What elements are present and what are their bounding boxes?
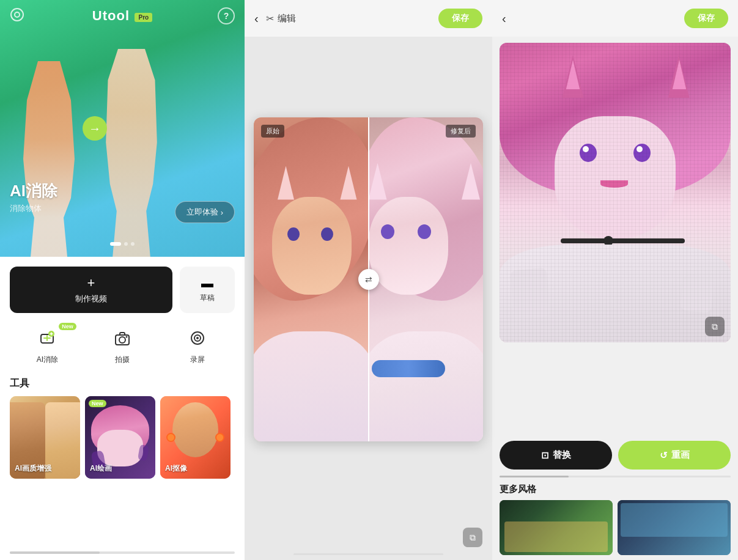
replace-label: 替换 [553, 449, 571, 461]
mid-header: ‹ ✂ 编辑 保存 [245, 0, 492, 37]
svg-point-6 [126, 336, 128, 338]
dot-2[interactable] [124, 242, 128, 246]
left-panel: → Utool Pro ? AI消除 消除物体 立即体验 › [0, 0, 245, 560]
right-header: ‹ 保存 [492, 0, 738, 37]
arrow-icon: → [83, 116, 107, 141]
replace-icon: ⊡ [541, 450, 549, 461]
tool-card-cutout-label: AI抠像 [165, 463, 187, 474]
middle-panel: ‹ ✂ 编辑 保存 原始 修复后 [245, 0, 492, 560]
svg-point-0 [11, 9, 23, 21]
svg-point-9 [196, 337, 199, 339]
style-thumbnails [500, 500, 731, 555]
style-progress [500, 476, 731, 477]
redraw-button[interactable]: ↺ 重画 [618, 441, 731, 470]
record-label: 录屏 [190, 355, 205, 365]
sub-tool-camera[interactable]: 拍摄 [85, 325, 160, 365]
hero-cta-arrow: › [221, 208, 223, 217]
draft-button[interactable]: ▬ 草稿 [180, 267, 235, 313]
edit-toolbar: ✂ 编辑 [266, 13, 296, 24]
more-styles: 更多风格 [492, 481, 738, 560]
camera-label: 拍摄 [115, 355, 130, 365]
mid-scrollbar [293, 553, 443, 555]
make-video-label: 制作视频 [75, 293, 107, 304]
camera-icon [109, 325, 135, 351]
settings-icon[interactable] [10, 7, 27, 24]
draft-label: 草稿 [200, 293, 215, 303]
hero-cta-button[interactable]: 立即体验 › [175, 201, 235, 223]
redraw-icon: ↺ [660, 450, 668, 461]
tool-card-paint[interactable]: New AI绘画 [85, 396, 155, 479]
style-thumb-1[interactable] [500, 500, 613, 555]
tool-card-paint-new: New [89, 400, 106, 407]
dot-3[interactable] [131, 242, 135, 246]
compare-label-left: 原始 [261, 125, 284, 138]
sub-tools: New AI消除 拍摄 [0, 323, 245, 372]
plus-icon: + [87, 275, 95, 291]
result-image: ⧉ [500, 43, 731, 342]
edit-label: 编辑 [278, 13, 296, 24]
scissors-icon: ✂ [266, 13, 274, 24]
tool-card-cutout[interactable]: AI抠像 [160, 396, 231, 479]
mid-bottom-bar: ⧉ [245, 521, 492, 553]
dot-1[interactable] [110, 242, 121, 246]
pro-badge: Pro [135, 13, 152, 22]
hero-subtitle: 消除物体 [10, 203, 57, 214]
pixel-eye-right [633, 144, 651, 162]
action-buttons: ⊡ 替换 ↺ 重画 [492, 433, 738, 474]
compare-container: 原始 修复后 [254, 117, 483, 441]
logo-container: Utool Pro [92, 8, 152, 24]
more-styles-title: 更多风格 [500, 484, 731, 495]
style-progress-fill [500, 476, 569, 477]
help-icon[interactable]: ? [218, 7, 235, 24]
mid-content: 原始 修复后 [245, 37, 492, 521]
mid-back-button[interactable]: ‹ [254, 12, 259, 26]
style-thumb-2[interactable] [618, 500, 731, 555]
result-copy-button[interactable]: ⧉ [705, 317, 725, 336]
draft-icon: ▬ [201, 276, 213, 290]
compare-label-right: 修复后 [446, 125, 476, 138]
compare-toggle-button[interactable]: ⧉ [463, 528, 482, 547]
tool-card-enhance-label: AI画质增强 [15, 463, 51, 474]
pixel-eyes [500, 144, 731, 162]
tool-card-paint-label: AI绘画 [90, 463, 112, 474]
right-save-button[interactable]: 保存 [684, 9, 728, 28]
svg-point-1 [15, 12, 20, 17]
ai-erase-label: AI消除 [37, 355, 58, 365]
hero-title-text: AI消除 [10, 180, 57, 202]
mid-save-button[interactable]: 保存 [438, 9, 482, 28]
hero-dots [110, 242, 135, 246]
hero-banner: → Utool Pro ? AI消除 消除物体 立即体验 › [0, 0, 245, 257]
pixel-face [555, 116, 676, 238]
ai-erase-new-badge: New [59, 323, 76, 330]
svg-point-5 [119, 337, 125, 343]
replace-button[interactable]: ⊡ 替换 [500, 441, 612, 470]
hero-top-bar: Utool Pro ? [0, 0, 245, 32]
mid-header-left: ‹ ✂ 编辑 [254, 12, 296, 26]
compare-left-image [254, 117, 369, 441]
sub-tool-record[interactable]: 录屏 [160, 325, 235, 365]
hero-title: AI消除 消除物体 [10, 180, 57, 214]
bottom-scrollbar [10, 551, 235, 554]
compare-right-image [369, 117, 484, 441]
pixel-eye-left [580, 144, 597, 162]
make-video-button[interactable]: + 制作视频 [10, 267, 172, 313]
logo-text: Utool [92, 8, 130, 23]
right-content: ⧉ [492, 37, 738, 433]
redraw-label: 重画 [671, 449, 690, 461]
ai-erase-icon [34, 325, 60, 351]
right-panel: ‹ 保存 [492, 0, 738, 560]
tools-section: 工具 AI画质增强 [0, 372, 245, 551]
tool-card-enhance[interactable]: AI画质增强 [10, 396, 80, 479]
record-icon [185, 325, 210, 351]
tools-grid: AI画质增强 New AI绘画 [10, 396, 235, 479]
action-bar: + 制作视频 ▬ 草稿 [0, 257, 245, 323]
hero-cta-label: 立即体验 [186, 207, 218, 218]
sub-tool-ai-erase[interactable]: New AI消除 [10, 325, 85, 365]
bottom-scrollbar-fill [10, 551, 100, 554]
right-back-button[interactable]: ‹ [502, 12, 506, 26]
tools-section-title: 工具 [10, 377, 235, 390]
compare-handle[interactable]: ⇄ [358, 269, 379, 290]
